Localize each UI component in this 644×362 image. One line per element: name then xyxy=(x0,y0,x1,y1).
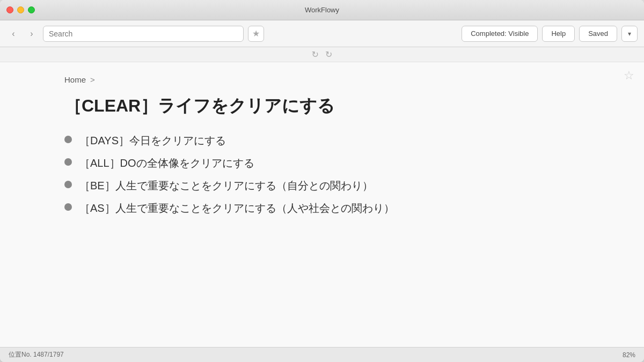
list-item: ［AS］人生で重要なことをクリアにする（人や社会との関わり） xyxy=(64,200,617,216)
content-area: Home > ［CLEAR］ライフをクリアにする ［DAYS］今日をクリアにする… xyxy=(0,62,644,238)
position-text: 位置No. 1487/1797 xyxy=(9,350,64,359)
close-button[interactable] xyxy=(6,6,13,13)
forward-icon: › xyxy=(30,29,33,39)
undo-button[interactable]: ↺ xyxy=(312,49,319,60)
main-content: ☆ Home > ［CLEAR］ライフをクリアにする ［DAYS］今日をクリアに… xyxy=(0,62,644,347)
forward-button[interactable]: › xyxy=(25,27,39,41)
undo-bar: ↺ ↻ xyxy=(0,47,644,62)
maximize-button[interactable] xyxy=(28,6,35,13)
bullet-icon xyxy=(64,136,72,143)
list-item-text-2[interactable]: ［BE］人生で重要なことをクリアにする（自分との関わり） xyxy=(79,178,373,194)
star-icon: ★ xyxy=(252,28,260,39)
title-bar: WorkFlowy xyxy=(0,0,644,20)
redo-icon: ↻ xyxy=(325,50,332,59)
breadcrumb: Home > xyxy=(64,75,617,84)
breadcrumb-separator: > xyxy=(90,75,95,84)
search-input[interactable] xyxy=(49,29,238,38)
bullet-icon xyxy=(64,181,72,188)
app-window: WorkFlowy ‹ › ★ Completed: Visible Help … xyxy=(0,0,644,362)
corner-star-icon[interactable]: ☆ xyxy=(624,69,634,83)
redo-button[interactable]: ↻ xyxy=(325,49,332,60)
toolbar: ‹ › ★ Completed: Visible Help Saved ▾ xyxy=(0,20,644,47)
minimize-button[interactable] xyxy=(17,6,24,13)
favorite-button[interactable]: ★ xyxy=(248,26,264,42)
page-title[interactable]: ［CLEAR］ライフをクリアにする xyxy=(64,95,617,117)
list-item: ［ALL］DOの全体像をクリアにする xyxy=(64,155,617,171)
dropdown-button[interactable]: ▾ xyxy=(621,26,638,42)
window-title: WorkFlowy xyxy=(305,6,339,14)
bullet-icon xyxy=(64,158,72,166)
list-item-text-1[interactable]: ［ALL］DOの全体像をクリアにする xyxy=(79,155,254,171)
breadcrumb-home[interactable]: Home xyxy=(64,75,86,84)
traffic-lights xyxy=(6,6,35,13)
help-button[interactable]: Help xyxy=(542,26,575,42)
back-button[interactable]: ‹ xyxy=(6,27,20,41)
status-bar: 位置No. 1487/1797 82% xyxy=(0,347,644,362)
bullet-icon xyxy=(64,203,72,211)
back-icon: ‹ xyxy=(12,29,14,39)
undo-icon: ↺ xyxy=(312,50,319,59)
completed-button[interactable]: Completed: Visible xyxy=(462,26,538,42)
list-items: ［DAYS］今日をクリアにする［ALL］DOの全体像をクリアにする［BE］人生で… xyxy=(64,132,617,216)
list-item: ［DAYS］今日をクリアにする xyxy=(64,132,617,149)
list-item-text-0[interactable]: ［DAYS］今日をクリアにする xyxy=(79,132,226,149)
list-item-text-3[interactable]: ［AS］人生で重要なことをクリアにする（人や社会との関わり） xyxy=(79,200,394,216)
saved-button[interactable]: Saved xyxy=(579,26,617,42)
zoom-level: 82% xyxy=(623,351,635,359)
list-item: ［BE］人生で重要なことをクリアにする（自分との関わり） xyxy=(64,178,617,194)
search-container xyxy=(43,26,244,42)
dropdown-icon: ▾ xyxy=(628,30,631,38)
